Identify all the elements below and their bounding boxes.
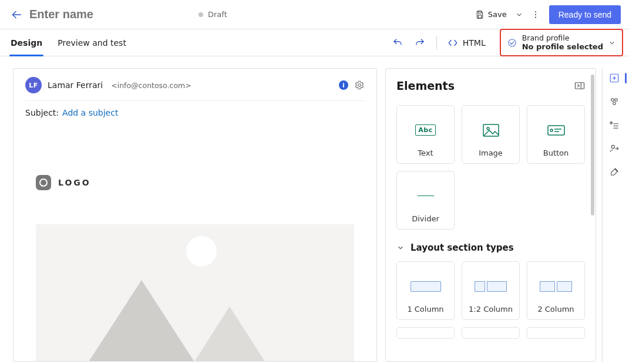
redo-button[interactable] (412, 35, 428, 51)
nav-elements[interactable] (606, 69, 623, 87)
email-name-input[interactable] (28, 7, 146, 22)
more-menu-button[interactable] (528, 7, 543, 22)
image-placeholder[interactable] (36, 224, 354, 362)
subject-row[interactable]: Subject: Add a subject (25, 101, 365, 121)
layout-1-2-column-card[interactable]: 1:2 Column (462, 261, 520, 320)
layout-card-partial[interactable] (527, 327, 585, 339)
email-settings-button[interactable] (354, 80, 365, 90)
drag-grip-icon (423, 176, 428, 177)
element-label: Button (543, 149, 569, 157)
nav-audience[interactable] (606, 140, 623, 157)
layout-section-title: Layout section types (411, 242, 514, 253)
svg-rect-1 (478, 11, 481, 13)
placeholder-mountain-icon (77, 280, 206, 362)
nav-personalize[interactable] (606, 93, 623, 110)
element-image-card[interactable]: Image (462, 105, 520, 164)
drag-grip-icon (423, 267, 428, 268)
brand-profile-icon (507, 38, 517, 48)
status-indicator: Draft (199, 10, 227, 19)
brand-profile-label: Brand profile (522, 33, 603, 42)
element-text-card[interactable]: Abc Text (396, 105, 455, 164)
layout-section-header[interactable]: Layout section types (396, 242, 585, 253)
toolbar-separator (436, 36, 437, 50)
layout-2-column-card[interactable]: 2 Column (527, 261, 585, 320)
undo-icon (392, 38, 403, 48)
layout-card-partial[interactable] (396, 327, 455, 339)
designer-toolbar: Design Preview and test HTML Brand profi… (0, 29, 629, 56)
more-vertical-icon (531, 10, 540, 19)
save-button[interactable]: Save (472, 8, 510, 22)
subject-placeholder[interactable]: Add a subject (62, 108, 118, 117)
panel-scrollbar[interactable] (591, 75, 594, 215)
back-button[interactable] (5, 3, 28, 26)
element-divider-card[interactable]: Divider (396, 171, 455, 230)
layout-label: 1 Column (407, 305, 443, 314)
paintbrush-icon (609, 167, 620, 177)
tab-preview-and-test[interactable]: Preview and test (56, 29, 127, 56)
layout-1-column-card[interactable]: 1 Column (396, 261, 455, 320)
logo-block[interactable]: LOGO (25, 133, 365, 190)
right-rail: Elements Abc Text (385, 68, 629, 364)
email-canvas[interactable]: LF Lamar Ferrari <info@contoso.com> i Su… (13, 68, 377, 362)
email-body[interactable]: LOGO (14, 121, 376, 362)
side-nav (602, 68, 625, 362)
svg-point-21 (613, 102, 615, 105)
sparkle-list-icon (609, 120, 620, 130)
nav-styles[interactable] (606, 163, 623, 181)
layout-preview-icon (540, 281, 572, 292)
layout-preview-icon (475, 281, 507, 292)
svg-rect-2 (478, 15, 481, 18)
svg-point-6 (509, 39, 516, 46)
svg-point-11 (487, 127, 489, 130)
html-toggle-label: HTML (463, 38, 486, 48)
layout-label: 1:2 Column (469, 305, 513, 314)
arrow-left-icon (10, 8, 23, 21)
svg-point-25 (611, 145, 614, 148)
svg-point-13 (550, 129, 553, 132)
ready-to-send-button[interactable]: Ready to send (549, 5, 621, 24)
workspace: LF Lamar Ferrari <info@contoso.com> i Su… (0, 56, 629, 364)
collapse-right-icon (574, 82, 585, 90)
divider-icon (418, 196, 434, 196)
svg-point-7 (358, 84, 361, 87)
layout-preview-icon (411, 281, 441, 292)
info-badge[interactable]: i (339, 80, 348, 90)
chevron-down-icon (396, 244, 405, 252)
logo-text: LOGO (58, 178, 91, 187)
svg-point-3 (535, 11, 536, 12)
layout-card-partial[interactable] (462, 327, 520, 339)
layout-label: 2 Column (537, 305, 574, 314)
top-command-bar: Draft Save Ready to send (0, 0, 629, 29)
html-toggle-button[interactable]: HTML (445, 35, 488, 50)
panel-title: Elements (396, 79, 455, 92)
element-button-card[interactable]: Button (527, 105, 585, 164)
undo-button[interactable] (389, 35, 406, 51)
text-icon: Abc (415, 124, 435, 136)
drag-grip-icon (489, 267, 493, 268)
sender-name[interactable]: Lamar Ferrari (48, 80, 103, 90)
sender-email: <info@contoso.com> (111, 81, 191, 90)
drag-grip-icon (554, 267, 559, 268)
code-icon (448, 38, 458, 48)
chevron-down-icon (608, 39, 616, 47)
person-arrow-icon (609, 143, 620, 154)
status-label: Draft (208, 10, 227, 19)
tab-design[interactable]: Design (9, 29, 43, 56)
drag-grip-icon (554, 331, 559, 332)
subject-label: Subject: (25, 108, 59, 117)
drag-grip-icon (554, 110, 559, 112)
from-row: LF Lamar Ferrari <info@contoso.com> i (25, 77, 365, 101)
brand-profile-dropdown[interactable]: Brand profile No profile selected (500, 29, 623, 56)
add-element-icon (609, 73, 620, 83)
nav-content[interactable] (606, 116, 623, 134)
panel-collapse-button[interactable] (574, 82, 585, 90)
drag-grip-icon (423, 331, 428, 332)
save-split-button[interactable] (514, 8, 524, 21)
element-label: Divider (412, 214, 439, 223)
drag-grip-icon (489, 110, 493, 112)
drag-grip-icon (489, 331, 493, 332)
gear-icon (354, 80, 365, 90)
group-icon (609, 96, 620, 107)
canvas-area: LF Lamar Ferrari <info@contoso.com> i Su… (13, 68, 377, 364)
image-icon (483, 124, 499, 137)
